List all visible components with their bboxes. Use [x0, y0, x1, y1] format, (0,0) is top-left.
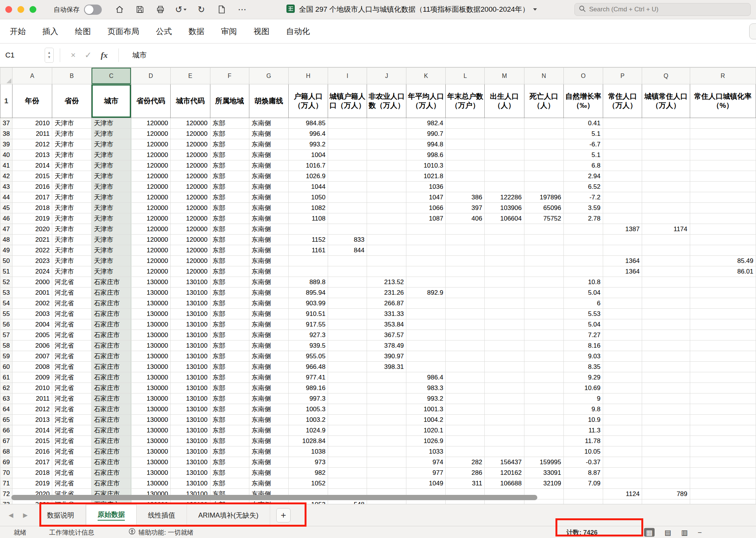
- cell-F45[interactable]: 东部: [210, 203, 249, 213]
- cell-R42[interactable]: [690, 171, 756, 182]
- cell-F61[interactable]: 东部: [210, 372, 249, 383]
- cell-O44[interactable]: -7.2: [564, 192, 603, 203]
- column-letter-Q[interactable]: Q: [642, 68, 690, 84]
- cell-N42[interactable]: [524, 171, 563, 182]
- cell-D62[interactable]: 130000: [131, 383, 170, 393]
- cell-B46[interactable]: 天津市: [52, 213, 92, 224]
- minimize-button[interactable]: [17, 6, 24, 13]
- cell-G52[interactable]: 东南侧: [249, 277, 288, 288]
- row-number-47[interactable]: 47: [0, 224, 12, 235]
- cell-K51[interactable]: [406, 266, 446, 277]
- cell-K44[interactable]: 1047: [406, 192, 446, 203]
- cell-M65[interactable]: [485, 415, 524, 425]
- cell-H61[interactable]: 977.41: [288, 372, 328, 383]
- cell-O67[interactable]: 11.78: [564, 436, 603, 446]
- cell-F43[interactable]: 东部: [210, 182, 249, 192]
- cell-A71[interactable]: 2019: [12, 478, 52, 489]
- horizontal-scrollbar[interactable]: [11, 495, 537, 500]
- cell-Q46[interactable]: [642, 213, 690, 224]
- cell-O52[interactable]: 10.8: [564, 277, 603, 288]
- cell-A49[interactable]: 2022: [12, 245, 52, 256]
- row-number-65[interactable]: 65: [0, 415, 12, 425]
- cell-Q71[interactable]: [642, 478, 690, 489]
- cell-E54[interactable]: 130100: [171, 298, 210, 309]
- cell-F68[interactable]: 东部: [210, 446, 249, 457]
- cell-L58[interactable]: [446, 341, 485, 351]
- cell-P56[interactable]: [603, 319, 642, 330]
- cancel-entry-icon[interactable]: ×: [71, 50, 76, 60]
- cell-J38[interactable]: [367, 129, 406, 139]
- cell-K68[interactable]: 1033: [406, 446, 446, 457]
- cell-J44[interactable]: [367, 192, 406, 203]
- cell-A41[interactable]: 2014: [12, 160, 52, 171]
- column-letter-P[interactable]: P: [603, 68, 642, 84]
- cell-P45[interactable]: [603, 203, 642, 213]
- cell-B59[interactable]: 河北省: [52, 351, 92, 362]
- cell-N38[interactable]: [524, 129, 563, 139]
- cell-D46[interactable]: 120000: [131, 213, 170, 224]
- cell-C59[interactable]: 石家庄市: [92, 351, 131, 362]
- cell-J65[interactable]: [367, 415, 406, 425]
- cell-K67[interactable]: 1026.9: [406, 436, 446, 446]
- cell-G44[interactable]: 东南侧: [249, 192, 288, 203]
- cell-I54[interactable]: [328, 298, 367, 309]
- cell-P70[interactable]: [603, 468, 642, 478]
- cell-P64[interactable]: [603, 404, 642, 415]
- cell-J40[interactable]: [367, 150, 406, 160]
- cell-K37[interactable]: 982.4: [406, 118, 446, 129]
- cell-J64[interactable]: [367, 404, 406, 415]
- row-number-68[interactable]: 68: [0, 446, 12, 457]
- cell-L46[interactable]: 406: [446, 213, 485, 224]
- cell-B68[interactable]: 河北省: [52, 446, 92, 457]
- column-letter-N[interactable]: N: [524, 68, 563, 84]
- cell-N57[interactable]: [524, 330, 563, 341]
- cell-I68[interactable]: [328, 446, 367, 457]
- cell-P60[interactable]: [603, 362, 642, 372]
- cell-E39[interactable]: 120000: [171, 139, 210, 150]
- cell-M44[interactable]: 122286: [485, 192, 524, 203]
- cell-J1[interactable]: 非农业人口数（万人）: [367, 84, 406, 118]
- cell-I43[interactable]: [328, 182, 367, 192]
- row-number-60[interactable]: 60: [0, 362, 12, 372]
- cell-A51[interactable]: 2024: [12, 266, 52, 277]
- cell-D70[interactable]: 130000: [131, 468, 170, 478]
- row-number-37[interactable]: 37: [0, 118, 12, 129]
- cell-I55[interactable]: [328, 309, 367, 319]
- cell-C71[interactable]: 石家庄市: [92, 478, 131, 489]
- cell-G70[interactable]: 东南侧: [249, 468, 288, 478]
- cell-C58[interactable]: 石家庄市: [92, 341, 131, 351]
- cell-M53[interactable]: [485, 288, 524, 298]
- cell-F44[interactable]: 东部: [210, 192, 249, 203]
- cell-R71[interactable]: [690, 478, 756, 489]
- cell-R65[interactable]: [690, 415, 756, 425]
- cell-K66[interactable]: 1020.1: [406, 425, 446, 436]
- cell-I37[interactable]: [328, 118, 367, 129]
- cell-L64[interactable]: [446, 404, 485, 415]
- cell-J61[interactable]: [367, 372, 406, 383]
- cell-J39[interactable]: [367, 139, 406, 150]
- cell-N39[interactable]: [524, 139, 563, 150]
- cell-K58[interactable]: [406, 341, 446, 351]
- cell-K64[interactable]: 1001.3: [406, 404, 446, 415]
- row-number-54[interactable]: 54: [0, 298, 12, 309]
- cell-N65[interactable]: [524, 415, 563, 425]
- cell-Q54[interactable]: [642, 298, 690, 309]
- cell-O73[interactable]: [564, 499, 603, 504]
- cell-A60[interactable]: 2008: [12, 362, 52, 372]
- ribbon-tab-绘图[interactable]: 绘图: [75, 26, 91, 37]
- cell-A48[interactable]: 2021: [12, 235, 52, 245]
- cell-G41[interactable]: 东南侧: [249, 160, 288, 171]
- cell-D40[interactable]: 120000: [131, 150, 170, 160]
- column-letter-H[interactable]: H: [288, 68, 328, 84]
- cell-O49[interactable]: [564, 245, 603, 256]
- cell-O37[interactable]: 0.41: [564, 118, 603, 129]
- cell-P61[interactable]: [603, 372, 642, 383]
- cell-D67[interactable]: 130000: [131, 436, 170, 446]
- cell-R66[interactable]: [690, 425, 756, 436]
- search-box[interactable]: [574, 3, 751, 16]
- cell-F71[interactable]: 东部: [210, 478, 249, 489]
- cell-A55[interactable]: 2003: [12, 309, 52, 319]
- cell-O55[interactable]: 5.53: [564, 309, 603, 319]
- cell-B44[interactable]: 天津市: [52, 192, 92, 203]
- cell-P57[interactable]: [603, 330, 642, 341]
